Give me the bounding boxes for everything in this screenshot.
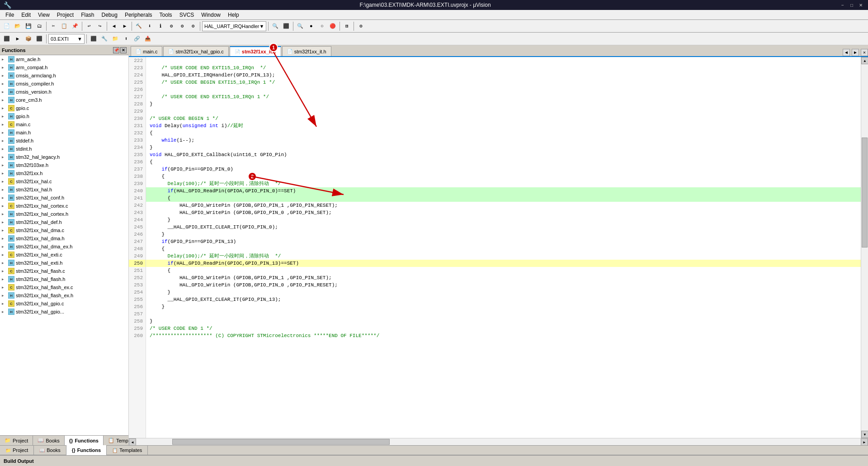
t2-6[interactable]: 🔧 — [99, 34, 109, 44]
tree-item[interactable]: ▸Hcmsis_armclang.h — [0, 71, 128, 80]
tree-item[interactable]: ▸Harm_acle.h — [0, 55, 128, 63]
tab-scroll-left[interactable]: ◀ — [843, 49, 850, 56]
bottom-tab-templates[interactable]: 📋 Templates — [107, 445, 148, 455]
menu-flash[interactable]: Flash — [77, 11, 98, 19]
menu-view[interactable]: View — [34, 11, 53, 19]
tree-item[interactable]: ▸Hstm32f103xe.h — [0, 161, 128, 169]
horizontal-scrollbar[interactable]: ◀ ▶ — [129, 438, 868, 445]
tree-item[interactable]: ▸Hstm32f1xx_hal_gpio... — [0, 308, 128, 316]
scroll-down-btn[interactable]: ▼ — [861, 431, 868, 438]
tree-item[interactable]: ▸Hmain.h — [0, 128, 128, 137]
t2-2[interactable]: ▶ — [13, 34, 23, 44]
menu-peripherals[interactable]: Peripherals — [121, 11, 156, 19]
tree-item[interactable]: ▸Harm_compat.h — [0, 63, 128, 71]
tree-item[interactable]: ▸Cgpio.c — [0, 104, 128, 112]
tree-item[interactable]: ▸Hcore_cm3.h — [0, 96, 128, 104]
tab-close[interactable]: ✕ — [861, 49, 868, 56]
minimize-button[interactable]: − — [839, 1, 846, 9]
tree-item[interactable]: ▸Cstm32f1xx_hal.c — [0, 177, 128, 185]
bottom-tab-project[interactable]: 📁 Project — [0, 445, 34, 455]
t2[interactable]: ⚙ — [177, 21, 187, 31]
t9[interactable]: ⊞ — [342, 21, 352, 31]
t2-7[interactable]: 📁 — [110, 34, 120, 44]
scroll-up-btn[interactable]: ▲ — [861, 57, 868, 64]
t2-10[interactable]: 📥 — [143, 34, 153, 44]
tree-item[interactable]: ▸Cstm32f1xx_hal_flash.c — [0, 267, 128, 275]
tree-item[interactable]: ▸Hstm32f1xx_hal_flash_ex.h — [0, 291, 128, 300]
tree-item[interactable]: ▸Hstm32f1xx_hal_flash.h — [0, 275, 128, 283]
t2-4[interactable]: ⬛ — [34, 34, 44, 44]
menu-tools[interactable]: Tools — [156, 11, 176, 19]
tree-item[interactable]: ▸Hstm32f1xx_hal_exti.h — [0, 259, 128, 267]
tree-item[interactable]: ▸Hstddef.h — [0, 137, 128, 145]
tree-item[interactable]: ▸Hstm32f1xx_hal_def.h — [0, 218, 128, 226]
menu-debug[interactable]: Debug — [98, 11, 121, 19]
tree-item[interactable]: ▸Cmain.c — [0, 120, 128, 128]
tree-item[interactable]: ▸Cstm32f1xx_hal_exti.c — [0, 251, 128, 259]
t8[interactable]: 🔴 — [328, 21, 338, 31]
sidebar-tab-templates[interactable]: 📋Templates — [104, 436, 129, 446]
menu-file[interactable]: File — [2, 11, 18, 19]
menu-window[interactable]: Window — [198, 11, 224, 19]
tree-item[interactable]: ▸Cstm32f1xx_hal_dma.c — [0, 226, 128, 234]
tree-item[interactable]: ▸Hstm32f1xx_hal.h — [0, 185, 128, 194]
save-btn[interactable]: 💾 — [24, 21, 33, 31]
tree-item[interactable]: ▸Cstm32f1xx_hal_cortex.c — [0, 202, 128, 210]
hscroll-thumb[interactable] — [172, 439, 390, 445]
tree-item[interactable]: ▸Hstm32f1xx_hal_conf.h — [0, 194, 128, 202]
save-all-btn[interactable]: 🗂 — [34, 21, 44, 31]
menu-project[interactable]: Project — [53, 11, 77, 19]
settings-btn[interactable]: ⚙ — [356, 21, 366, 31]
tree-item[interactable]: ▸Hcmsis_compiler.h — [0, 80, 128, 88]
info-btn[interactable]: ℹ — [156, 21, 165, 31]
scroll-thumb[interactable] — [862, 138, 868, 247]
tree-item[interactable]: ▸Hstm32f1xx_hal_dma_ex.h — [0, 243, 128, 251]
t2-5[interactable]: ⬛ — [89, 34, 99, 44]
tree-item[interactable]: ▸Hstm32f1xx_hal_dma.h — [0, 234, 128, 243]
t2-3[interactable]: 📦 — [24, 34, 33, 44]
tree-item[interactable]: ▸Hgpio.h — [0, 112, 128, 120]
redo-btn[interactable]: ↪ — [95, 21, 105, 31]
menu-edit[interactable]: Edit — [18, 11, 34, 19]
sidebar-pin-btn[interactable]: 📌 — [113, 47, 119, 53]
sidebar-tab-books[interactable]: 📖Books — [33, 436, 65, 446]
new-file-btn[interactable]: 📄 — [2, 21, 12, 31]
menu-svcs[interactable]: SVCS — [176, 11, 198, 19]
sidebar-tab-functions[interactable]: {}Functions — [65, 436, 104, 446]
t3[interactable]: ⚙ — [188, 21, 198, 31]
cut-btn[interactable]: ✂ — [48, 21, 58, 31]
menu-help[interactable]: Help — [224, 11, 243, 19]
hscroll-left-btn[interactable]: ◀ — [129, 438, 136, 445]
paste-btn[interactable]: 📌 — [70, 21, 80, 31]
tab-main-c[interactable]: 📄 main.c — [131, 46, 162, 56]
project-dropdown[interactable]: 03.EXTI ▼ — [48, 34, 85, 44]
tree-item[interactable]: ▸Cstm32f1xx_hal_gpio.c — [0, 300, 128, 308]
tree-item[interactable]: ▸Hstm32f1xx.h — [0, 169, 128, 177]
nav-back-btn[interactable]: ◀ — [109, 21, 119, 31]
sidebar-close-btn[interactable]: ✕ — [120, 47, 127, 53]
t7[interactable]: ○ — [317, 21, 327, 31]
tab-scroll-right[interactable]: ▶ — [852, 49, 859, 56]
tab-it-h[interactable]: 📄 stm32f1xx_it.h — [282, 46, 331, 56]
hscroll-track[interactable] — [136, 438, 861, 445]
sidebar-tab-project[interactable]: 📁Project — [0, 436, 33, 446]
copy-btn[interactable]: 📋 — [59, 21, 69, 31]
tree-item[interactable]: ▸Hstm32f1xx_hal_cortex.h — [0, 210, 128, 218]
open-file-btn[interactable]: 📂 — [13, 21, 23, 31]
close-button[interactable]: ✕ — [857, 1, 864, 9]
maximize-button[interactable]: □ — [848, 1, 855, 9]
build-btn[interactable]: 🔨 — [134, 21, 144, 31]
tab-it-c[interactable]: 📄 stm32f1xx_it.c — [230, 46, 281, 56]
t2-9[interactable]: 🔗 — [132, 34, 142, 44]
t5[interactable]: ⬛ — [281, 21, 291, 31]
hscroll-right-btn[interactable]: ▶ — [861, 438, 868, 445]
scroll-track[interactable] — [861, 64, 868, 431]
undo-btn[interactable]: ↩ — [84, 21, 94, 31]
code-editor[interactable]: 2222232242252262272282292302312322332342… — [129, 57, 868, 438]
vertical-scrollbar[interactable]: ▲ ▼ — [861, 57, 868, 438]
search-btn[interactable]: 🔍 — [295, 21, 305, 31]
load-btn[interactable]: ⬇ — [145, 21, 155, 31]
tree-item[interactable]: ▸Cstm32f1xx_hal_flash_ex.c — [0, 283, 128, 291]
tree-item[interactable]: ▸Hstm32_hal_legacy.h — [0, 153, 128, 161]
t4[interactable]: 🔍 — [270, 21, 280, 31]
